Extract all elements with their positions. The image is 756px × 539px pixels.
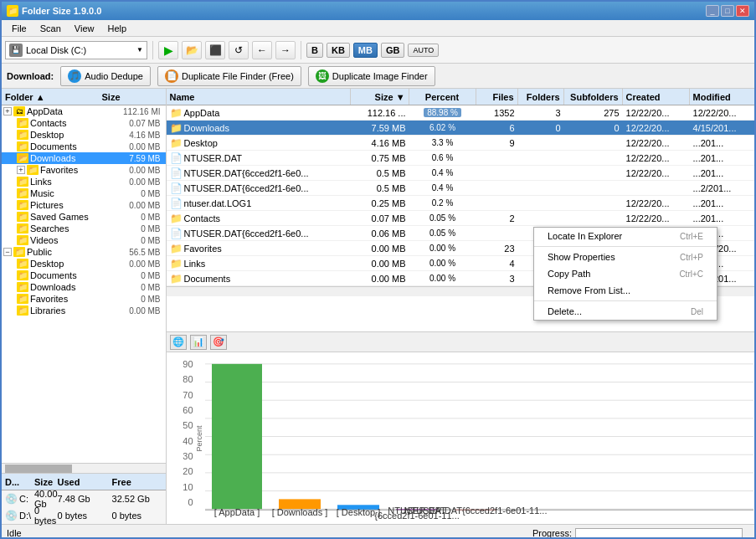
tree-item[interactable]: 📁 Videos 0 MB [2,234,166,246]
expand-icon[interactable]: − [3,248,12,256]
close-button[interactable]: ✕ [736,5,749,17]
size-btn-gb[interactable]: GB [381,43,405,58]
file-pct-contacts: 0.05 % [409,213,476,223]
folder-icon: 📁 [17,200,28,210]
percent-col-header[interactable]: Percent [409,89,476,105]
file-row-ntuser2[interactable]: 📄NTUSER.DAT{6cced2f1-6e0... 0.5 MB 0.4 %… [167,166,756,181]
expand-icon[interactable]: + [17,166,25,174]
play-button[interactable]: ▶ [158,41,178,59]
drive-selector[interactable]: 💾 Local Disk (C:) ▼ [5,41,147,59]
file-row-ntuser3[interactable]: 📄NTUSER.DAT{6cced2f1-6e0... 0.5 MB 0.4 %… [167,181,756,196]
size-column-header[interactable]: Size [99,89,166,105]
minimize-button[interactable]: _ [706,5,719,17]
file-files-documents: 3 [476,274,518,284]
ctx-remove-label: Remove From List... [548,285,630,295]
tree-item-downloads[interactable]: 📂 Downloads 7.59 MB [2,152,166,164]
folder-size: 0 MB [101,224,164,234]
size-btn-mb[interactable]: MB [353,43,378,58]
tree-item-public[interactable]: − 📁 Public 56.5 MB [2,246,166,258]
created-col-header[interactable]: Created [623,89,690,105]
file-pct-downloads: 6.02 % [409,123,476,132]
menu-file[interactable]: File [5,22,33,35]
duplicate-file-icon: 📄 [165,69,178,83]
ctx-locate-shortcut: Ctrl+E [680,232,703,241]
file-name-desktop: 📁Desktop [167,137,351,149]
y-label-20: 20 [170,466,193,476]
refresh-button[interactable]: ↺ [229,41,249,59]
file-row-desktop[interactable]: 📁Desktop 4.16 MB 3.3 % 9 12/22/20... ...… [167,136,756,151]
file-created-ntuser-log: 12/22/20... [623,198,690,208]
duplicate-image-button[interactable]: 🖼 Duplicate Image Finder [308,66,435,86]
size-btn-kb[interactable]: KB [327,43,350,58]
h-scrollbar[interactable] [2,463,166,473]
tree-item[interactable]: 📁 Contacts 0.07 MB [2,117,166,129]
file-row-contacts[interactable]: 📁Contacts 0.07 MB 0.05 % 2 12/22/20... .… [167,211,756,226]
tree-item[interactable]: + 🗂 AppData 112.16 MI [2,105,166,117]
open-button[interactable]: 📂 [182,41,202,59]
menu-view[interactable]: View [68,22,101,35]
chart-type-btn-3[interactable]: 🎯 [210,335,227,350]
files-col-header[interactable]: Files [476,89,518,105]
file-row-downloads[interactable]: 📁Downloads 7.59 MB 6.02 % 6 0 0 12/22/20… [167,121,756,136]
chart-type-btn-2[interactable]: 📊 [190,335,207,350]
forward-button[interactable]: → [275,41,296,59]
folder-icon: 📁 [17,130,28,140]
chart-svg: [ AppData ] [ Downloads ] [ Desktop ] NT… [205,356,753,521]
back-button[interactable]: ← [252,41,272,59]
tree-item[interactable]: 📁 Pictures 0.00 MB [2,199,166,211]
scrollbar-thumb[interactable] [5,465,72,473]
drive-row-d[interactable]: 💿D:\ 0 bytes 0 bytes 0 bytes [2,507,166,524]
duplicate-file-button[interactable]: 📄 Duplicate File Finder (Free) [157,66,301,86]
chart-type-btn-1[interactable]: 🌐 [170,335,187,350]
tree-item[interactable]: 📁 Documents 0.00 MB [2,141,166,152]
menu-help[interactable]: Help [100,22,133,35]
size-btn-b[interactable]: B [306,43,323,58]
file-size-desktop: 4.16 MB [351,138,409,148]
expand-icon[interactable]: + [3,107,12,116]
audio-dedupe-button[interactable]: 🎵 Audio Dedupe [60,66,151,86]
ctx-locate-in-explorer[interactable]: Locate In Explorer Ctrl+E [534,228,717,244]
file-name-ntuser-log: 📄ntuser.dat.LOG1 [167,198,351,209]
subfolders-col-header[interactable]: Subfolders [564,89,623,105]
drive-c-used: 7.48 Gb [58,494,112,504]
modified-col-header[interactable]: Modified [690,89,756,105]
tree-item[interactable]: 📁 Saved Games 0 MB [2,211,166,223]
stop-button[interactable]: ⬛ [205,41,225,59]
ctx-show-properties[interactable]: Show Properties Ctrl+P [534,249,717,265]
file-row-ntuser-log[interactable]: 📄ntuser.dat.LOG1 0.25 MB 0.2 % 12/22/20.… [167,196,756,211]
toolbar-separator-2 [301,41,301,59]
file-row-ntuser1[interactable]: 📄NTUSER.DAT 0.75 MB 0.6 % 12/22/20... ..… [167,151,756,166]
ctx-delete[interactable]: Delete... Del [534,303,717,320]
file-name-ntuser4: 📄NTUSER.DAT{6cced2f1-6e0... [167,228,351,239]
tree-item[interactable]: 📁 Downloads 0 MB [2,281,166,293]
tree-item[interactable]: 📁 Documents 0 MB [2,270,166,281]
folder-name: Libraries [30,305,101,316]
folder-icon: 📁 [17,282,28,292]
file-pct-appdata: 88.98 % [409,108,476,117]
size-btn-auto[interactable]: AUTO [408,44,439,57]
maximize-button[interactable]: □ [721,5,734,17]
bar-appdata [212,364,262,509]
file-row-appdata[interactable]: 📁AppData 112.16 ... 88.98 % 1352 3 275 1… [167,105,756,121]
folders-col-header[interactable]: Folders [518,89,564,105]
tree-item[interactable]: 📁 Searches 0 MB [2,223,166,234]
tree-item[interactable]: + 📁 Favorites 0.00 MB [2,164,166,176]
ctx-copy-path[interactable]: Copy Path Ctrl+C [534,265,717,282]
folder-name: Desktop [30,259,101,269]
drive-row-c[interactable]: 💿C: 40.00 Gb 7.48 Gb 32.52 Gb [2,490,166,507]
ctx-remove-from-list[interactable]: Remove From List... [534,282,717,299]
file-modified-ntuser1: ...201... [690,153,756,163]
name-col-header[interactable]: Name [167,89,351,105]
size-col-header[interactable]: Size ▼ [351,89,409,105]
menu-scan[interactable]: Scan [33,22,68,35]
tree-item[interactable]: 📁 Desktop 0.00 MB [2,258,166,270]
tree-item[interactable]: 📁 Libraries 0.00 MB [2,305,166,316]
file-files-links: 4 [476,259,518,269]
file-size-appdata: 112.16 ... [351,108,409,118]
tree-item[interactable]: 📁 Links 0.00 MB [2,176,166,187]
file-files-favorites: 23 [476,244,518,254]
tree-item[interactable]: 📁 Desktop 4.16 MB [2,129,166,141]
tree-item[interactable]: 📁 Favorites 0 MB [2,293,166,305]
folder-column-header[interactable]: Folder ▲ [2,89,99,105]
tree-item[interactable]: 📁 Music 0 MB [2,187,166,199]
